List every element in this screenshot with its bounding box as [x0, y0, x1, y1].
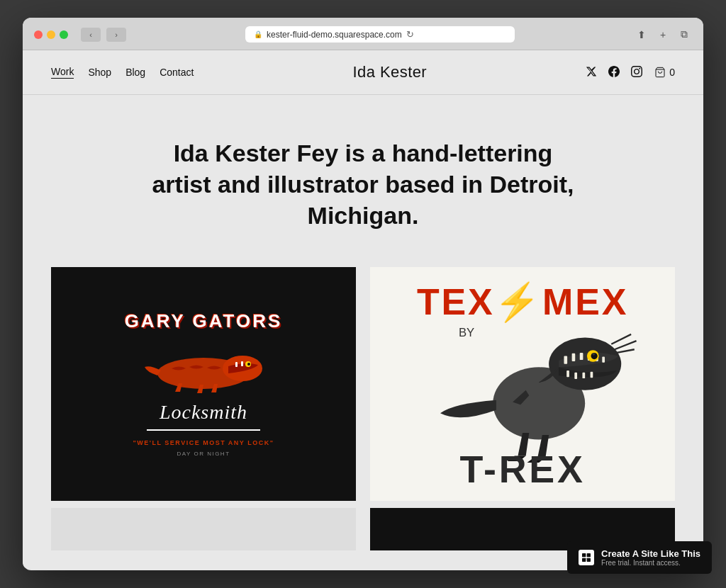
- svg-text:TEX⚡MEX: TEX⚡MEX: [417, 280, 628, 324]
- minimize-button[interactable]: [47, 30, 55, 39]
- svg-rect-12: [572, 354, 576, 361]
- url-text: kester-fluid-demo.squarespace.com: [267, 30, 402, 40]
- svg-point-23: [592, 353, 595, 356]
- cart-count: 0: [669, 67, 675, 78]
- browser-window: ‹ › 🔒 kester-fluid-demo.squarespace.com …: [23, 18, 703, 570]
- svg-rect-28: [582, 558, 586, 562]
- cta-sub-text: Free trial. Instant access.: [601, 559, 700, 567]
- back-button[interactable]: ‹: [81, 28, 101, 42]
- share-button[interactable]: ⬆: [634, 27, 649, 43]
- svg-text:"YOU'RE ON THE MENU!": "YOU'RE ON THE MENU!": [477, 488, 568, 489]
- new-tab-button[interactable]: +: [655, 27, 671, 43]
- squarespace-logo: [579, 550, 594, 565]
- svg-rect-18: [574, 373, 577, 379]
- squarespace-cta[interactable]: Create A Site Like This Free trial. Inst…: [567, 541, 712, 574]
- tex-mex-art: TEX⚡MEX BY: [386, 278, 660, 489]
- close-button[interactable]: [34, 30, 43, 39]
- gator-illustration: [143, 337, 264, 397]
- browser-actions: ⬆ + ⧉: [634, 27, 692, 43]
- svg-rect-11: [564, 356, 567, 364]
- cart-icon[interactable]: 0: [654, 67, 675, 78]
- svg-rect-17: [566, 371, 569, 377]
- lock-icon: 🔒: [254, 30, 262, 38]
- svg-rect-2: [235, 362, 238, 367]
- gary-subline: DAY OR NIGHT: [177, 451, 230, 457]
- address-bar[interactable]: 🔒 kester-fluid-demo.squarespace.com ↻: [245, 26, 515, 43]
- windows-button[interactable]: ⧉: [676, 27, 692, 43]
- hero-section: Ida Kester Fey is a hand-lettering artis…: [23, 95, 703, 267]
- refresh-button[interactable]: ↻: [406, 29, 414, 40]
- gallery-grid: GARY GATORS: [23, 267, 703, 501]
- gallery-partial-item-1: [51, 508, 356, 550]
- traffic-lights: [34, 30, 68, 39]
- svg-rect-19: [582, 373, 585, 378]
- nav-contact[interactable]: Contact: [160, 67, 194, 78]
- browser-chrome: ‹ › 🔒 kester-fluid-demo.squarespace.com …: [23, 18, 703, 50]
- twitter-icon[interactable]: [586, 66, 597, 79]
- gallery-item-gary-gators[interactable]: GARY GATORS: [51, 267, 356, 501]
- gary-title-line1: GARY GATORS: [125, 310, 283, 332]
- nav-right: 0: [586, 66, 675, 79]
- instagram-icon[interactable]: [631, 66, 642, 79]
- svg-text:T-REX: T-REX: [459, 448, 585, 489]
- website-content: Work Shop Blog Contact Ida Kester: [23, 50, 703, 567]
- browser-controls: ‹ ›: [81, 28, 126, 42]
- nav-shop[interactable]: Shop: [88, 67, 111, 78]
- forward-button[interactable]: ›: [106, 28, 126, 42]
- gallery-item-tex-mex[interactable]: TEX⚡MEX BY: [370, 267, 675, 501]
- svg-rect-13: [580, 353, 583, 360]
- site-header: Work Shop Blog Contact Ida Kester: [23, 50, 703, 95]
- address-bar-wrapper: 🔒 kester-fluid-demo.squarespace.com ↻: [133, 26, 627, 43]
- nav-left: Work Shop Blog Contact: [51, 66, 194, 79]
- svg-point-6: [247, 363, 250, 366]
- gary-tagline: "WE'LL SERVICE MOST ANY LOCK": [133, 439, 274, 446]
- svg-text:BY: BY: [459, 326, 474, 339]
- hero-text: Ida Kester Fey is a hand-lettering artis…: [143, 137, 583, 232]
- squarespace-cta-text: Create A Site Like This Free trial. Inst…: [601, 548, 700, 567]
- svg-rect-26: [582, 553, 586, 557]
- svg-rect-16: [602, 357, 605, 363]
- facebook-icon[interactable]: [608, 66, 620, 79]
- svg-rect-20: [591, 372, 593, 378]
- cta-main-text: Create A Site Like This: [601, 548, 700, 559]
- maximize-button[interactable]: [60, 30, 68, 39]
- gary-gators-art: GARY GATORS: [67, 278, 341, 489]
- nav-work[interactable]: Work: [51, 66, 74, 79]
- svg-rect-27: [587, 553, 591, 557]
- nav-blog[interactable]: Blog: [125, 67, 145, 78]
- svg-rect-3: [241, 361, 243, 366]
- site-title: Ida Kester: [352, 63, 427, 81]
- tex-mex-illustration: TEX⚡MEX BY: [384, 278, 661, 489]
- gary-title-line2: Locksmith: [160, 401, 247, 424]
- svg-rect-29: [587, 558, 591, 562]
